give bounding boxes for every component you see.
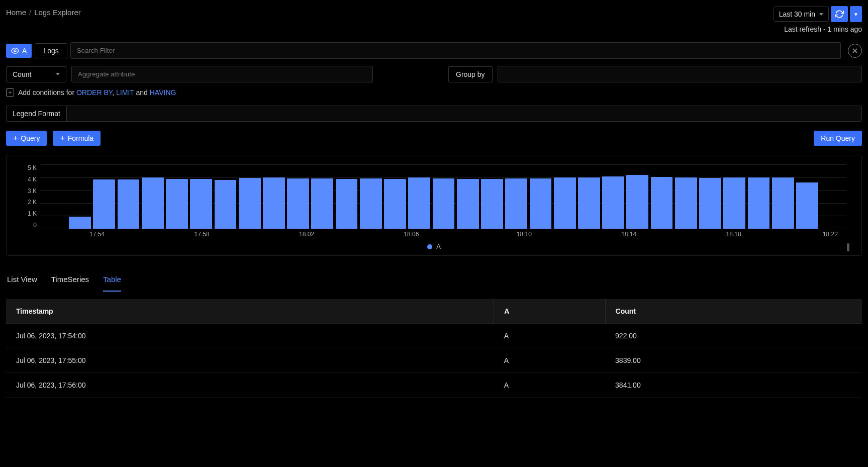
chart-bar[interactable] bbox=[748, 177, 770, 229]
agg-attribute-input[interactable] bbox=[71, 66, 373, 82]
chart-y-axis: 5 K4 K3 K2 K1 K0 bbox=[17, 164, 37, 229]
cell-timestamp: Jul 06, 2023, 17:56:00 bbox=[6, 373, 494, 398]
chart-x-axis: 17:5417:5818:0218:0618:1018:1418:1818:22 bbox=[41, 231, 846, 240]
chart-bar[interactable] bbox=[457, 179, 479, 229]
cell-count: 922.00 bbox=[605, 324, 862, 348]
limit-link[interactable]: LIMIT bbox=[116, 88, 134, 97]
col-count[interactable]: Count bbox=[605, 299, 862, 324]
chart-bar[interactable] bbox=[626, 175, 648, 229]
chart-bar[interactable] bbox=[505, 178, 527, 229]
chart-bar[interactable] bbox=[723, 177, 745, 229]
chart-scrubber-handle[interactable] bbox=[847, 243, 849, 251]
add-query-button[interactable]: + Query bbox=[6, 131, 47, 146]
add-formula-button[interactable]: + Formula bbox=[53, 131, 101, 146]
last-refresh-text: Last refresh - 1 mins ago bbox=[784, 25, 862, 33]
run-query-label: Run Query bbox=[821, 134, 855, 142]
cell-a: A bbox=[494, 373, 605, 398]
plus-icon: + bbox=[60, 134, 64, 142]
chart-bar[interactable] bbox=[481, 179, 503, 229]
refresh-icon bbox=[835, 10, 844, 19]
add-formula-label: Formula bbox=[68, 134, 93, 142]
group-by-input[interactable] bbox=[498, 66, 862, 82]
table-row[interactable]: Jul 06, 2023, 17:55:00A3839.00 bbox=[6, 348, 862, 373]
chart-bar[interactable] bbox=[675, 177, 697, 229]
chart-bar[interactable] bbox=[408, 177, 430, 229]
col-timestamp[interactable]: Timestamp bbox=[6, 299, 494, 324]
breadcrumb-page[interactable]: Logs Explorer bbox=[34, 8, 81, 17]
results-table: Timestamp A Count Jul 06, 2023, 17:54:00… bbox=[6, 299, 862, 398]
tab-list-view[interactable]: List View bbox=[7, 268, 37, 292]
legend-format-label: Legend Format bbox=[7, 106, 67, 121]
tab-table[interactable]: Table bbox=[103, 268, 121, 292]
cell-a: A bbox=[494, 324, 605, 348]
chart-bar[interactable] bbox=[190, 179, 212, 229]
chevron-down-icon bbox=[819, 13, 823, 16]
source-chip[interactable]: Logs bbox=[35, 43, 67, 58]
order-by-link[interactable]: ORDER BY bbox=[76, 88, 112, 97]
add-query-label: Query bbox=[21, 134, 40, 142]
group-by-label: Group by bbox=[448, 66, 493, 82]
clear-query-button[interactable] bbox=[848, 44, 862, 58]
cond-prefix: Add conditions for bbox=[18, 88, 76, 97]
breadcrumb-home[interactable]: Home bbox=[6, 8, 26, 17]
query-badge-label: A bbox=[22, 47, 27, 55]
chart-bar[interactable] bbox=[530, 178, 552, 229]
chart-bar[interactable] bbox=[69, 217, 91, 229]
chart-plot[interactable] bbox=[41, 164, 846, 229]
chart-legend[interactable]: A bbox=[17, 243, 851, 250]
chart-panel: 5 K4 K3 K2 K1 K0 17:5417:5818:0218:0618:… bbox=[6, 155, 862, 256]
having-link[interactable]: HAVING bbox=[150, 88, 176, 97]
table-row[interactable]: Jul 06, 2023, 17:56:00A3841.00 bbox=[6, 373, 862, 398]
cell-timestamp: Jul 06, 2023, 17:55:00 bbox=[6, 348, 494, 373]
query-badge[interactable]: A bbox=[6, 44, 32, 58]
chart-bar[interactable] bbox=[215, 180, 237, 229]
chart-bar[interactable] bbox=[602, 176, 624, 229]
chart-bar[interactable] bbox=[142, 177, 164, 229]
legend-series-label: A bbox=[436, 243, 441, 250]
eye-icon bbox=[11, 47, 19, 55]
legend-dot-icon bbox=[427, 244, 432, 249]
chart-bar[interactable] bbox=[796, 182, 818, 229]
cell-count: 3841.00 bbox=[605, 373, 862, 398]
chart-bar[interactable] bbox=[118, 179, 140, 229]
chart-bar[interactable] bbox=[360, 178, 382, 229]
chart-bar[interactable] bbox=[433, 178, 455, 229]
close-icon bbox=[852, 48, 858, 54]
agg-function-select[interactable]: Count bbox=[6, 66, 66, 82]
chart-bar[interactable] bbox=[287, 178, 309, 229]
chart-bar[interactable] bbox=[263, 177, 285, 229]
chart-bar[interactable] bbox=[311, 178, 333, 229]
cell-count: 3839.00 bbox=[605, 348, 862, 373]
add-condition-button[interactable]: + bbox=[6, 88, 14, 97]
view-tabs: List View TimeSeries Table bbox=[6, 268, 862, 292]
chart-bar[interactable] bbox=[93, 179, 115, 229]
chart-bar[interactable] bbox=[772, 177, 794, 229]
chart-bar[interactable] bbox=[239, 178, 261, 229]
breadcrumb-sep: / bbox=[29, 8, 31, 17]
chart-bar[interactable] bbox=[699, 178, 721, 229]
table-row[interactable]: Jul 06, 2023, 17:54:00A922.00 bbox=[6, 324, 862, 348]
tab-timeseries[interactable]: TimeSeries bbox=[51, 268, 89, 292]
search-filter-input[interactable] bbox=[70, 42, 841, 59]
refresh-dropdown-button[interactable]: ▼ bbox=[850, 6, 862, 22]
plus-icon: + bbox=[13, 134, 18, 142]
refresh-button[interactable] bbox=[831, 6, 848, 22]
chart-bar[interactable] bbox=[166, 179, 188, 229]
chart-bar[interactable] bbox=[651, 177, 673, 229]
caret-down-icon: ▼ bbox=[853, 12, 858, 17]
conditions-row: + Add conditions for ORDER BY, LIMIT and… bbox=[6, 88, 862, 97]
cell-timestamp: Jul 06, 2023, 17:54:00 bbox=[6, 324, 494, 348]
run-query-button[interactable]: Run Query bbox=[814, 131, 862, 146]
breadcrumb: Home / Logs Explorer bbox=[6, 6, 81, 17]
chart-bar[interactable] bbox=[578, 177, 600, 229]
agg-function-label: Count bbox=[13, 70, 31, 78]
chart-bar[interactable] bbox=[384, 179, 406, 229]
col-a[interactable]: A bbox=[494, 299, 605, 324]
legend-format-input[interactable] bbox=[67, 106, 861, 121]
chart-bar[interactable] bbox=[336, 179, 358, 229]
time-range-label: Last 30 min bbox=[779, 10, 815, 18]
chevron-down-icon bbox=[56, 73, 60, 75]
cell-a: A bbox=[494, 348, 605, 373]
chart-bar[interactable] bbox=[554, 177, 576, 229]
time-range-select[interactable]: Last 30 min bbox=[774, 7, 829, 22]
